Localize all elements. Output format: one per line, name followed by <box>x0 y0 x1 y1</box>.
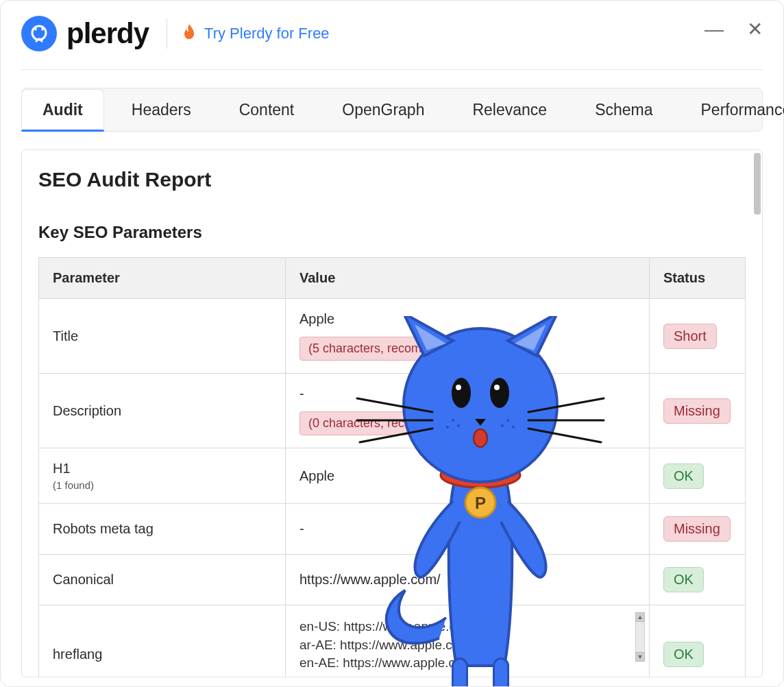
status-badge: OK <box>663 567 704 592</box>
status-badge: Missing <box>663 398 731 424</box>
param-cell: Canonical <box>39 555 286 605</box>
panel-scrollbar[interactable]: ▲ <box>754 153 761 674</box>
param-subnote: (1 found) <box>53 479 271 491</box>
value-text: https://www.apple.com/ <box>299 572 635 588</box>
status-cell: Missing <box>650 504 746 555</box>
status-badge: Missing <box>663 516 731 542</box>
tab-relevance[interactable]: Relevance <box>452 88 567 131</box>
table-row: Description-(0 characters, recommended:M… <box>39 374 746 448</box>
topbar: plerdy Try Plerdy for Free — ✕ <box>1 1 783 64</box>
tab-performance[interactable]: Performance <box>681 88 784 131</box>
brand-name: plerdy <box>66 17 149 50</box>
value-cell: Apple(5 characters, recommen <box>286 299 650 374</box>
seo-parameters-table: Parameter Value Status TitleApple(5 char… <box>38 257 746 677</box>
value-cell: en-US: https://www.apple.com/ar-AE: http… <box>286 605 650 677</box>
try-free-link[interactable]: Try Plerdy for Free <box>204 25 330 43</box>
table-row: H1(1 found)AppleOK <box>39 448 746 504</box>
tab-bar: AuditHeadersContentOpenGraphRelevanceSch… <box>21 88 763 132</box>
status-cell: Short <box>650 299 746 374</box>
table-row: hreflangen-US: https://www.apple.com/ar-… <box>39 605 746 677</box>
param-cell: Title <box>39 299 286 374</box>
hreflang-line: ar-AE: https://www.apple.com/ae-ar/ <box>299 636 628 655</box>
status-cell: OK <box>650 605 746 677</box>
svg-point-0 <box>32 26 46 40</box>
value-cell: https://www.apple.com/ <box>286 555 650 605</box>
value-cell: - <box>286 504 650 555</box>
tab-opengraph[interactable]: OpenGraph <box>321 88 445 131</box>
value-warning-note: (5 characters, recommen <box>299 337 454 361</box>
close-icon[interactable]: ✕ <box>747 20 763 39</box>
cell-scrollbar[interactable]: ▲▼ <box>635 612 645 662</box>
status-badge: OK <box>663 463 704 489</box>
value-text: Apple <box>299 311 635 327</box>
header-underline <box>21 69 763 70</box>
value-cell: Apple <box>286 448 650 504</box>
col-status: Status <box>650 258 746 299</box>
brand-logo[interactable]: plerdy <box>21 16 149 51</box>
hreflang-line: en-AM: https://www.apple.com/am/ <box>299 673 628 677</box>
param-cell: hreflang <box>39 605 286 677</box>
minimize-icon[interactable]: — <box>705 20 724 39</box>
hreflang-line: en-US: https://www.apple.com/ <box>299 618 628 636</box>
report-title: SEO Audit Report <box>38 168 746 191</box>
col-parameter: Parameter <box>39 258 286 299</box>
table-row: TitleApple(5 characters, recommenShort <box>39 299 746 374</box>
table-row: Robots meta tag-Missing <box>39 504 746 555</box>
value-cell: -(0 characters, recommended: <box>286 374 650 448</box>
status-badge: OK <box>663 642 704 667</box>
param-cell: Description <box>39 374 286 448</box>
hreflang-line: en-AE: https://www.apple.com/ae/ <box>299 654 628 673</box>
value-warning-note: (0 characters, recommended: <box>299 411 478 435</box>
col-value: Value <box>286 258 650 299</box>
plerdy-logo-icon <box>21 16 57 51</box>
report-panel: ▲ SEO Audit Report Key SEO Parameters Pa… <box>21 149 763 677</box>
tab-audit[interactable]: Audit <box>21 89 104 132</box>
tab-content[interactable]: Content <box>219 88 315 131</box>
status-cell: OK <box>650 448 746 504</box>
status-cell: Missing <box>650 374 746 448</box>
tab-schema[interactable]: Schema <box>574 88 673 131</box>
tab-headers[interactable]: Headers <box>111 88 212 131</box>
table-row: Canonicalhttps://www.apple.com/OK <box>39 555 746 605</box>
section-title: Key SEO Parameters <box>38 223 746 242</box>
flame-icon <box>182 23 196 44</box>
value-text: - <box>299 521 635 537</box>
status-cell: OK <box>650 555 746 605</box>
param-cell: Robots meta tag <box>39 504 286 555</box>
value-text: Apple <box>299 468 635 484</box>
value-text: - <box>299 386 635 402</box>
header-divider <box>167 19 167 49</box>
param-cell: H1(1 found) <box>39 448 286 504</box>
status-badge: Short <box>663 324 717 349</box>
